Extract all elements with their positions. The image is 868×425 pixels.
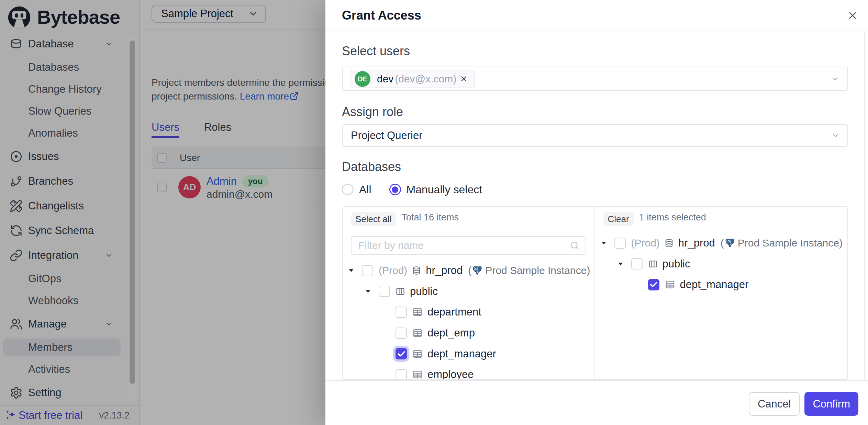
bytebase-app: Bytebase DatabaseDatabasesChange History… [0, 0, 868, 425]
caret-down-icon[interactable] [614, 257, 627, 271]
tree-checkbox-hr_prod[interactable] [362, 265, 373, 276]
selected-items-label: 1 items selected [639, 212, 706, 223]
tree-indent [631, 278, 644, 291]
environment-label: (Prod) [379, 265, 407, 276]
radio-manually-select[interactable] [389, 184, 401, 195]
tree-checkbox-public[interactable] [631, 258, 643, 269]
clear-button[interactable]: Clear [603, 212, 634, 226]
instance-name: Prod Sample Instance) [738, 237, 843, 249]
tree-node-name: hr_prod [426, 264, 463, 277]
source-tree: (Prod)hr_prod(Prod Sample Instance)publi… [343, 260, 594, 380]
tree-node-name: public [663, 258, 690, 270]
radio-manually-select-label: Manually select [407, 183, 482, 196]
tree-checkbox-dept_manager[interactable] [396, 348, 407, 359]
select-users-input[interactable]: DE dev (dev@x.com) [342, 67, 848, 91]
tree-indent [378, 326, 392, 340]
postgres-icon [472, 265, 482, 276]
instance-paren: ( [721, 237, 724, 249]
confirm-button[interactable]: Confirm [804, 392, 858, 416]
tree-row-dept_manager: dept_manager [595, 274, 848, 295]
table-icon [412, 328, 423, 338]
tree-node-name: department [427, 306, 481, 318]
radio-all-label: All [359, 183, 371, 196]
databases-label: Databases [342, 160, 848, 174]
caret-down-icon[interactable] [344, 264, 358, 277]
schema-icon [396, 287, 405, 296]
instance-paren: ( [468, 265, 471, 276]
tree-row-hr_prod: (Prod)hr_prod(Prod Sample Instance) [595, 233, 848, 254]
grant-access-drawer: Grant Access Select users DE dev (dev@x.… [325, 0, 868, 425]
search-icon [570, 241, 579, 250]
tree-row-public: public [595, 254, 848, 275]
table-icon [665, 279, 675, 290]
drawer-footer: Cancel Confirm [325, 380, 868, 425]
cancel-button[interactable]: Cancel [749, 392, 800, 416]
select-users-label: Select users [342, 44, 848, 58]
chevron-down-icon [831, 75, 839, 83]
tree-row-dept_emp: dept_emp [343, 323, 594, 344]
total-items-label: Total 16 items [402, 212, 459, 223]
table-icon [412, 349, 423, 359]
role-select[interactable]: Project Querier [342, 124, 848, 147]
target-tree: (Prod)hr_prod(Prod Sample Instance)publi… [595, 233, 848, 295]
remove-user-icon[interactable] [460, 75, 468, 83]
database-icon [412, 266, 421, 275]
tree-indent [378, 347, 392, 361]
drawer-scrollbar-gutter [864, 32, 865, 380]
role-select-value: Project Querier [351, 129, 422, 142]
tree-node-name: employee [427, 368, 474, 380]
tree-checkbox-employee[interactable] [396, 369, 407, 380]
table-icon [412, 307, 423, 317]
tree-node-name: public [410, 285, 438, 298]
tree-indent [378, 368, 392, 380]
tree-checkbox-public[interactable] [379, 286, 390, 297]
tree-row-hr_prod: (Prod)hr_prod(Prod Sample Instance) [343, 260, 594, 281]
database-transfer: Select all Total 16 items Filter by name… [342, 206, 848, 380]
tree-node-name: dept_emp [427, 327, 475, 339]
drawer-title: Grant Access [342, 8, 421, 23]
database-scope-radios: All Manually select [342, 182, 848, 197]
tree-row-employee: employee [343, 364, 594, 380]
select-all-button[interactable]: Select all [351, 212, 396, 226]
database-icon [665, 238, 674, 248]
tree-node-name: dept_manager [427, 348, 496, 360]
transfer-target-pane: Clear 1 items selected (Prod)hr_prod(Pro… [595, 207, 848, 379]
transfer-source-pane: Select all Total 16 items Filter by name… [343, 207, 595, 379]
chip-user-email: (dev@x.com) [395, 73, 456, 85]
table-icon [412, 369, 423, 380]
caret-down-icon[interactable] [361, 285, 375, 298]
avatar: DE [355, 71, 370, 87]
chip-user-name: dev [377, 73, 393, 85]
drawer-body: Select users DE dev (dev@x.com) Assign r… [325, 32, 868, 380]
filter-placeholder: Filter by name [358, 240, 424, 251]
close-icon[interactable] [847, 10, 858, 21]
assign-role-label: Assign role [342, 105, 848, 119]
tree-node-name: hr_prod [678, 237, 715, 249]
drawer-header: Grant Access [325, 0, 868, 31]
environment-label: (Prod) [631, 237, 660, 249]
schema-icon [648, 259, 658, 269]
filter-input[interactable]: Filter by name [351, 236, 586, 255]
postgres-icon [725, 238, 735, 249]
caret-down-icon[interactable] [597, 236, 611, 250]
tree-row-department: department [343, 302, 594, 323]
selected-user-chip: DE dev (dev@x.com) [350, 70, 475, 88]
tree-checkbox-dept_manager[interactable] [648, 279, 659, 290]
tree-row-dept_manager: dept_manager [343, 343, 594, 364]
chevron-down-icon [832, 131, 840, 140]
tree-checkbox-department[interactable] [396, 307, 407, 318]
instance-name: Prod Sample Instance) [485, 265, 590, 276]
tree-checkbox-hr_prod[interactable] [614, 238, 626, 249]
tree-row-public: public [343, 281, 594, 302]
tree-checkbox-dept_emp[interactable] [396, 328, 407, 339]
tree-indent [378, 305, 392, 319]
radio-all[interactable] [342, 184, 354, 195]
tree-node-name: dept_manager [680, 278, 749, 291]
